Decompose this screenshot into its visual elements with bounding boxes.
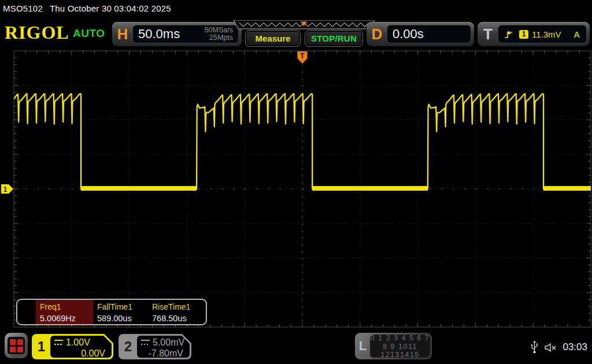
delay-panel[interactable]: D 0.00s — [367, 22, 474, 46]
measurement-panel-pad — [17, 300, 36, 324]
logic-row-2: 8 9 1011 12131415 — [370, 343, 430, 359]
horizontal-label: H — [115, 25, 130, 43]
channel-2-number: 2 — [119, 334, 138, 359]
top-status-bar: MSO5102Thu October 30 03:04:02 2025 — [0, 0, 592, 17]
trigger-label: T — [480, 25, 495, 43]
horizontal-panel[interactable]: H 50.0ms 50MSa/s 25Mpts — [112, 22, 242, 46]
channel-1-scale: 1.00V — [66, 337, 90, 348]
clock: 03:03 — [563, 341, 587, 353]
channel-2-badge[interactable]: 2 5.00mV -7.80mV — [119, 334, 191, 359]
record-timeline[interactable] — [234, 20, 375, 29]
dc-coupling-icon — [141, 340, 150, 346]
trigger-position-marker[interactable]: T — [298, 51, 308, 64]
usb-icon — [531, 340, 538, 354]
trigger-panel[interactable]: T 1 11.3mV A — [478, 22, 590, 46]
dc-coupling-icon — [54, 340, 63, 346]
acquisition-mode-label: AUTO — [73, 27, 105, 40]
logic-label: L — [355, 333, 371, 359]
speaker-muted-icon[interactable] — [544, 343, 557, 352]
channel-1-number: 1 — [32, 334, 51, 359]
measurement-freq1[interactable]: Freq1 5.0069Hz — [36, 300, 93, 324]
delay-label: D — [369, 25, 384, 43]
oscilloscope-screen: MSO5102Thu October 30 03:04:02 2025 RIGO… — [0, 0, 592, 364]
rigol-logo: RIGOL — [5, 22, 69, 43]
rising-edge-icon — [504, 29, 513, 39]
stop-run-button[interactable]: STOP/RUN — [305, 30, 363, 47]
logic-channels-badge[interactable]: L 0 1 2 3 4 5 6 7 8 9 1011 12131415 — [355, 333, 432, 359]
datetime: Thu October 30 03:04:02 2025 — [50, 3, 171, 13]
channel-2-offset: -7.80mV — [141, 348, 186, 359]
trigger-source-badge: 1 — [519, 30, 528, 39]
status-tray: 03:03 — [531, 330, 587, 364]
windows-menu-icon[interactable] — [5, 333, 28, 358]
sample-rate: 50MSa/s 25Mpts — [205, 27, 233, 42]
svg-text:T: T — [300, 52, 305, 60]
channel-1-badge[interactable]: 1 1.00V 0.00V — [32, 334, 113, 359]
measurement-risetime1[interactable]: RiseTime1 768.50us — [148, 300, 206, 324]
logic-row-1: 0 1 2 3 4 5 6 7 — [370, 334, 430, 342]
trigger-sweep-mode: A — [574, 29, 580, 39]
trigger-level: 11.3mV — [532, 29, 561, 39]
timebase-value: 50.0ms — [138, 27, 180, 42]
model-name: MSO5102 — [3, 3, 43, 13]
bottom-bar: 1 1.00V 0.00V 2 5.00mV -7.80mV L 0 1 2 3… — [0, 330, 592, 364]
delay-value: 0.00s — [393, 27, 424, 42]
channel-2-scale: 5.00mV — [153, 337, 184, 348]
svg-text:1: 1 — [3, 185, 8, 194]
channel-1-offset: 0.00V — [54, 348, 108, 359]
header-bar: RIGOL AUTO H 50.0ms 50MSa/s 25Mpts Measu… — [0, 17, 592, 49]
waveform-display: T1 — [0, 49, 592, 329]
measurement-panel: Freq1 5.0069Hz FallTime1 589.00us RiseTi… — [16, 299, 207, 325]
measurement-falltime1[interactable]: FallTime1 589.00us — [93, 300, 148, 324]
measure-button[interactable]: Measure — [245, 30, 301, 47]
channel-1-level-marker[interactable]: 1 — [1, 184, 13, 194]
